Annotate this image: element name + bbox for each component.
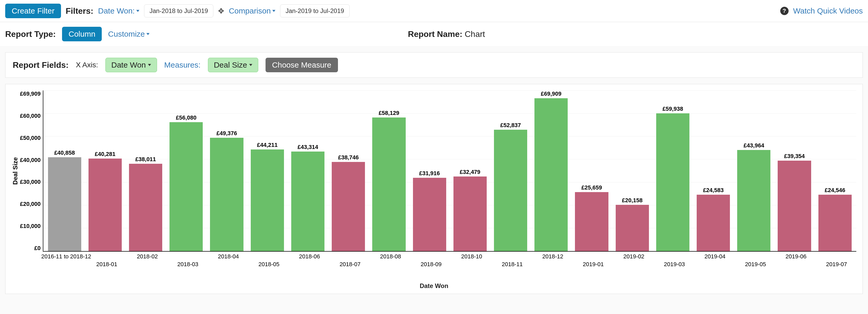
chart-bars: £40,858£40,281£38,011£56,080£49,376£44,2… — [43, 90, 856, 251]
xaxis-label: X Axis: — [76, 61, 98, 69]
bar[interactable] — [332, 162, 365, 251]
bar[interactable] — [372, 117, 405, 251]
x-tick: 2016-11 to 2018-12 — [41, 253, 91, 260]
bar-value-label: £31,916 — [419, 170, 440, 177]
bar[interactable] — [251, 149, 284, 251]
bar[interactable] — [169, 122, 203, 251]
bar-column[interactable]: £32,479 — [454, 90, 487, 251]
measures-label: Measures: — [164, 61, 200, 69]
x-tick: 2018-06 — [299, 253, 320, 260]
bar-value-label: £56,080 — [176, 114, 197, 121]
bar-column[interactable]: £69,909 — [534, 90, 568, 251]
comparison-text: Comparison — [229, 6, 271, 15]
bar[interactable] — [210, 138, 243, 251]
report-name: Report Name: Chart — [156, 29, 737, 39]
choose-measure-button[interactable]: Choose Measure — [266, 58, 338, 72]
bar[interactable] — [616, 205, 649, 251]
x-tick: 2019-02 — [623, 253, 645, 260]
customize-link[interactable]: Customize — [108, 30, 150, 38]
filter-date-won-range[interactable]: Jan-2018 to Jul-2019 — [144, 4, 214, 18]
x-tick: 2018-04 — [218, 253, 239, 260]
bar-column[interactable]: £44,211 — [251, 90, 284, 251]
bar-column[interactable]: £56,080 — [169, 90, 203, 251]
measure-field-value: Deal Size — [214, 61, 247, 69]
caret-down-icon — [272, 10, 275, 12]
y-axis-ticks: £69,909£60,000£50,000£40,000£30,000£20,0… — [20, 90, 43, 252]
filters-label: Filters: — [66, 6, 93, 16]
bar[interactable] — [454, 176, 487, 251]
chart-plot-area: £40,858£40,281£38,011£56,080£49,376£44,2… — [43, 90, 856, 252]
help-icon[interactable]: ? — [780, 7, 788, 15]
bar-value-label: £58,129 — [379, 110, 400, 116]
bar[interactable] — [818, 195, 851, 251]
x-tick: 2019-04 — [705, 253, 725, 260]
bar[interactable] — [575, 192, 608, 251]
bar[interactable] — [778, 161, 811, 251]
bar-column[interactable]: £38,011 — [129, 90, 162, 251]
bar-column[interactable]: £25,659 — [575, 90, 608, 251]
x-tick: 2018-07 — [340, 261, 361, 268]
y-tick: £0 — [34, 245, 40, 252]
x-tick: 2018-01 — [96, 261, 117, 268]
bar-column[interactable]: £52,837 — [494, 90, 527, 251]
bar-column[interactable]: £24,583 — [697, 90, 730, 251]
measure-field-dropdown[interactable]: Deal Size — [208, 58, 258, 72]
bar[interactable] — [656, 113, 689, 251]
report-fields-label: Report Fields: — [13, 60, 68, 70]
bar-column[interactable]: £43,314 — [291, 90, 324, 251]
bar[interactable] — [48, 157, 81, 251]
watch-videos-link[interactable]: Watch Quick Videos — [793, 6, 863, 15]
bar-value-label: £40,858 — [54, 149, 75, 156]
bar-column[interactable]: £38,746 — [332, 90, 365, 251]
y-axis-label: Deal Size — [12, 157, 19, 184]
bar-column[interactable]: £39,354 — [778, 90, 811, 251]
bar[interactable] — [534, 98, 568, 251]
bar-column[interactable]: £20,158 — [616, 90, 649, 251]
bar-column[interactable]: £59,938 — [656, 90, 689, 251]
bar[interactable] — [413, 178, 446, 251]
bar-value-label: £32,479 — [460, 169, 480, 175]
x-tick: 2018-02 — [137, 253, 158, 260]
bar[interactable] — [697, 195, 730, 251]
bar-value-label: £38,011 — [135, 156, 156, 163]
bar-column[interactable]: £40,858 — [48, 90, 81, 251]
report-name-value: Chart — [465, 29, 485, 39]
x-tick: 2019-05 — [745, 261, 766, 268]
bar[interactable] — [494, 130, 527, 251]
x-tick: 2018-08 — [380, 253, 401, 260]
bar-value-label: £43,964 — [744, 142, 765, 149]
bar-column[interactable]: £40,281 — [89, 90, 122, 251]
report-type-column-button[interactable]: Column — [62, 27, 102, 41]
bar-column[interactable]: £31,916 — [413, 90, 446, 251]
filter-date-won-link[interactable]: Date Won: — [98, 6, 140, 15]
x-tick: 2018-11 — [502, 261, 523, 268]
x-tick: 2018-09 — [421, 261, 442, 268]
bar-column[interactable]: £58,129 — [372, 90, 405, 251]
bar[interactable] — [89, 159, 122, 251]
x-tick: 2018-03 — [177, 261, 198, 268]
bar[interactable] — [291, 151, 324, 251]
move-icon[interactable]: ✥ — [218, 7, 224, 15]
y-tick: £69,909 — [20, 90, 41, 97]
y-tick: £10,000 — [20, 223, 41, 230]
bar-value-label: £59,938 — [662, 106, 683, 112]
caret-down-icon — [148, 64, 151, 66]
x-tick: 2019-07 — [826, 261, 847, 268]
filter-bar: Create Filter Filters: Date Won: Jan-201… — [0, 0, 868, 22]
bar-column[interactable]: £24,546 — [818, 90, 851, 251]
bar-value-label: £52,837 — [500, 122, 521, 129]
bar-column[interactable]: £49,376 — [210, 90, 243, 251]
xaxis-field-dropdown[interactable]: Date Won — [105, 58, 157, 72]
create-filter-button[interactable]: Create Filter — [5, 4, 61, 18]
chart-panel: Deal Size £69,909£60,000£50,000£40,000£3… — [5, 84, 863, 294]
comparison-range[interactable]: Jan-2019 to Jul-2019 — [280, 4, 350, 18]
comparison-link[interactable]: Comparison — [229, 6, 275, 15]
bar[interactable] — [737, 150, 770, 251]
y-tick: £30,000 — [20, 178, 41, 185]
bar-value-label: £38,746 — [338, 154, 359, 161]
x-tick: 2018-12 — [542, 253, 563, 260]
bar-column[interactable]: £43,964 — [737, 90, 770, 251]
bar-value-label: £40,281 — [95, 151, 116, 158]
bar[interactable] — [129, 164, 162, 251]
caret-down-icon — [249, 64, 252, 66]
